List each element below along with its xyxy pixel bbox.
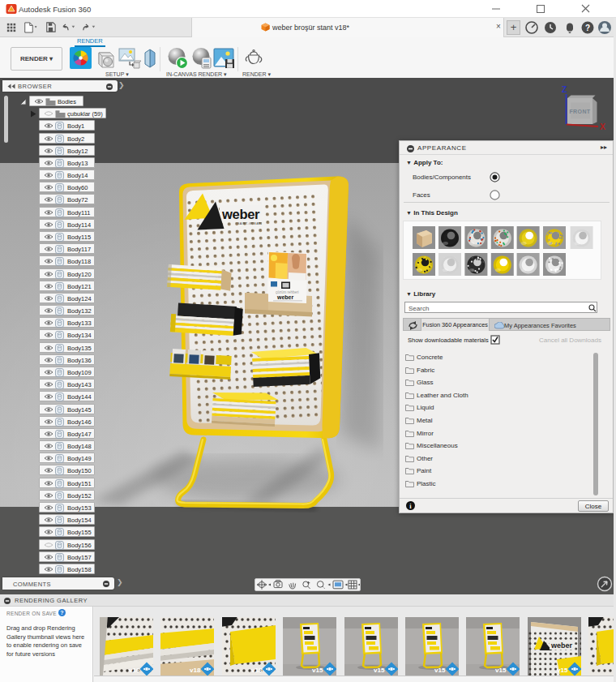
- svg-text:Z: Z: [562, 84, 567, 94]
- svg-text:v15: v15: [434, 667, 446, 674]
- svg-text:SAINT-GOBAIN: SAINT-GOBAIN: [237, 222, 262, 225]
- svg-text:v15: v15: [495, 667, 507, 674]
- svg-text:v16: v16: [129, 667, 140, 674]
- svg-text:v15: v15: [374, 667, 385, 674]
- svg-text:weber: weber: [221, 207, 260, 221]
- svg-text:v18: v18: [251, 667, 263, 674]
- svg-text:?: ?: [60, 610, 63, 616]
- svg-text:v18: v18: [190, 667, 201, 674]
- svg-text:weber: weber: [276, 294, 294, 300]
- svg-text:?: ?: [585, 24, 590, 32]
- svg-text:FRONT: FRONT: [569, 109, 590, 114]
- svg-text:X: X: [600, 122, 605, 131]
- svg-text:weber: weber: [550, 641, 573, 650]
- svg-text:v15: v15: [312, 667, 323, 674]
- svg-text:v15: v15: [557, 667, 568, 674]
